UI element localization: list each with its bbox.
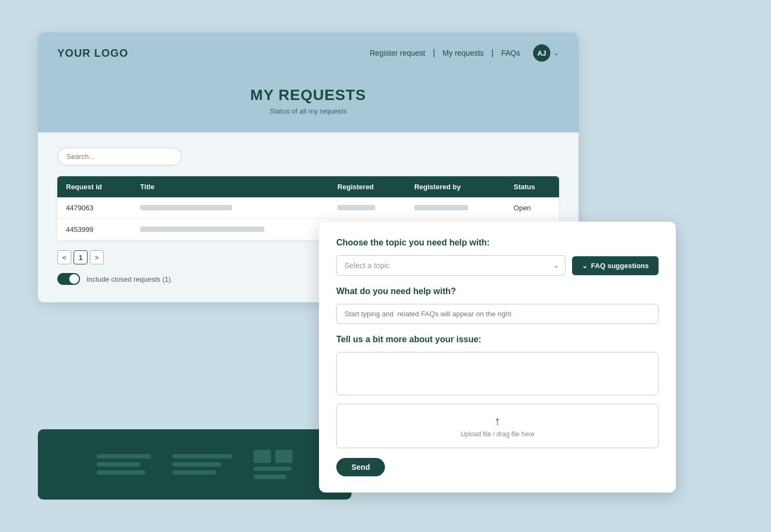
footer-line [254, 475, 286, 479]
nav-faqs[interactable]: FAQs [494, 49, 528, 57]
cell-id-2: 4453999 [57, 219, 131, 241]
help-input[interactable] [336, 304, 659, 324]
nav-register-request[interactable]: Register request [362, 49, 433, 57]
footer-line [172, 454, 232, 458]
col-registered: Registered [329, 176, 406, 197]
cell-title-1 [131, 197, 329, 219]
registered-by-placeholder-1 [414, 205, 468, 210]
upload-icon: ↑ [347, 414, 648, 428]
cell-status-1: Open [505, 197, 559, 219]
col-status: Status [505, 176, 559, 197]
page-subtitle: Status of all my requests [57, 107, 559, 115]
pagination-next[interactable]: > [90, 250, 104, 264]
footer-box [275, 450, 293, 463]
chevron-down-icon: ⌄ [582, 262, 588, 270]
footer-col-3 [254, 450, 293, 479]
footer-line [97, 470, 145, 475]
footer-line [254, 467, 291, 471]
avatar-container: AJ ⌄ [533, 44, 559, 62]
search-container [57, 148, 559, 165]
title-placeholder-1 [140, 205, 232, 210]
toggle-knob [69, 274, 79, 284]
table-row[interactable]: 4479063 Open [57, 197, 559, 219]
footer-line [172, 470, 216, 475]
issue-section-title: Tell us a bit more about your issue: [336, 335, 659, 344]
page-title: MY REQUESTS [57, 87, 559, 104]
closed-requests-toggle[interactable] [57, 273, 80, 285]
title-placeholder-2 [140, 227, 264, 232]
footer-bar [38, 429, 351, 500]
send-button[interactable]: Send [336, 458, 385, 476]
issue-textarea[interactable] [336, 352, 659, 395]
topic-select-wrapper: Select a topic ⌄ [336, 255, 566, 276]
help-section-title: What do you need help with? [336, 287, 659, 296]
footer-line [172, 462, 221, 467]
nav-bar: YOUR LOGO Register request | My requests… [38, 32, 579, 74]
nav-links: Register request | My requests | FAQs AJ… [362, 44, 559, 62]
nav-my-requests[interactable]: My requests [435, 49, 491, 57]
upload-area[interactable]: ↑ Upload file / drag file here [336, 404, 659, 448]
topic-select[interactable]: Select a topic [336, 255, 566, 276]
footer-col-1 [97, 454, 151, 475]
registered-placeholder-1 [337, 205, 375, 210]
footer-col-2 [172, 454, 232, 475]
col-registered-by: Registered by [406, 176, 505, 197]
pagination-prev[interactable]: < [57, 250, 71, 264]
faq-button-label: FAQ suggestions [591, 262, 649, 270]
chevron-down-icon[interactable]: ⌄ [554, 49, 559, 57]
avatar[interactable]: AJ [533, 44, 550, 62]
cell-title-2 [131, 219, 329, 241]
toggle-label: Include closed requests (1) [87, 275, 171, 283]
status-badge-1: Open [514, 204, 531, 212]
col-title: Title [131, 176, 329, 197]
search-input[interactable] [57, 148, 182, 165]
faq-suggestions-button[interactable]: ⌄ FAQ suggestions [572, 256, 659, 275]
footer-box [254, 450, 271, 463]
help-panel: Choose the topic you need help with: Sel… [319, 222, 676, 493]
footer-line [97, 462, 140, 467]
cell-registered-1 [329, 197, 406, 219]
topic-section-title: Choose the topic you need help with: [336, 238, 659, 248]
col-request-id: Request id [57, 176, 131, 197]
pagination-current[interactable]: 1 [74, 250, 88, 264]
topic-row: Select a topic ⌄ ⌄ FAQ suggestions [336, 255, 659, 276]
upload-label: Upload file / drag file here [461, 430, 535, 438]
cell-id-1: 4479063 [57, 197, 131, 219]
footer-line [97, 454, 151, 458]
cell-registered-by-1 [406, 197, 505, 219]
table-header-row: Request id Title Registered Registered b… [57, 176, 559, 197]
logo: YOUR LOGO [57, 47, 128, 59]
hero-section: MY REQUESTS Status of all my requests [38, 74, 579, 132]
